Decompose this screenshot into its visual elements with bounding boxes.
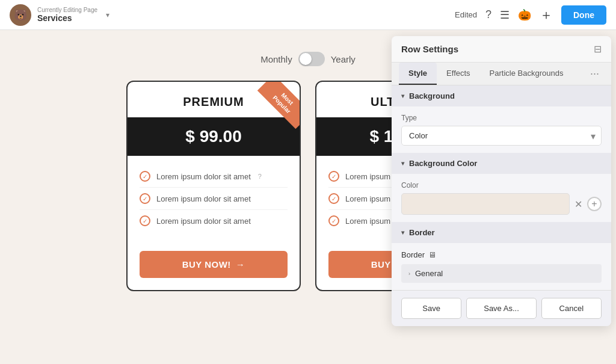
- logo-icon: 🐻: [10, 4, 31, 26]
- add-icon[interactable]: ＋: [540, 6, 553, 24]
- type-select[interactable]: Color Gradient Image Video: [401, 126, 602, 146]
- panel-header: Row Settings ⊟: [392, 36, 611, 63]
- chevron-down-icon: ▾: [401, 160, 404, 167]
- help-icon[interactable]: ?: [258, 173, 262, 180]
- main-area: Monthly Yearly MostPopular PREMIUM $ 99.…: [0, 30, 616, 364]
- border-field-row: Border 🖥: [401, 250, 602, 259]
- card-cta-premium: BUY NOW! →: [128, 241, 300, 290]
- feature-text: Lorem ipsum dolor sit amet: [156, 194, 251, 203]
- border-device-icon[interactable]: 🖥: [428, 250, 436, 259]
- add-color-icon[interactable]: +: [587, 197, 602, 211]
- toggle-knob: [300, 53, 312, 65]
- chevron-down-icon[interactable]: ▾: [106, 11, 109, 19]
- border-section-label: Border: [409, 228, 435, 237]
- border-section-header[interactable]: ▾ Border: [392, 222, 611, 243]
- more-tabs-icon[interactable]: ···: [585, 63, 604, 85]
- avatar-icon[interactable]: 🎃: [518, 8, 531, 22]
- background-color-section-label: Background Color: [409, 159, 477, 168]
- hamburger-icon[interactable]: ☰: [500, 8, 510, 22]
- page-title-group: Currently Editing Page Services: [37, 7, 97, 23]
- editing-label: Currently Editing Page: [37, 7, 97, 13]
- border-label: Border: [401, 250, 425, 259]
- topbar-right: Edited ? ☰ 🎃 ＋ Done: [455, 5, 606, 25]
- card-features-premium: ✓ Lorem ipsum dolor sit amet ? ✓ Lorem i…: [128, 156, 300, 241]
- edited-status: Edited: [455, 10, 477, 19]
- check-icon: ✓: [328, 215, 339, 226]
- chevron-down-icon: ▾: [401, 229, 404, 236]
- list-item: ✓ Lorem ipsum dolor sit amet ?: [140, 165, 288, 188]
- list-item: ✓ Lorem ipsum dolor sit amet: [140, 210, 288, 232]
- page-name: Services: [37, 13, 97, 23]
- background-color-section-content: Color ✕ +: [392, 174, 611, 222]
- panel-footer: Save Save As... Cancel: [392, 290, 611, 326]
- feature-text: Lorem ipsum dolor sit amet: [156, 172, 251, 181]
- background-section-label: Background: [409, 91, 455, 100]
- type-label: Type: [401, 114, 602, 122]
- color-input[interactable]: [401, 193, 570, 215]
- feature-text: Lorem ipsum dolor sit amet: [156, 217, 251, 226]
- type-select-wrapper: Color Gradient Image Video: [401, 126, 602, 146]
- arrow-icon: →: [236, 259, 245, 270]
- chevron-right-icon: ›: [408, 271, 410, 277]
- border-section-content: Border 🖥 › General: [392, 243, 611, 290]
- list-item: ✓ Lorem ipsum dolor sit amet: [140, 188, 288, 210]
- done-button[interactable]: Done: [561, 5, 606, 25]
- general-label: General: [415, 269, 443, 278]
- check-icon: ✓: [328, 171, 339, 182]
- save-button[interactable]: Save: [401, 298, 461, 319]
- ribbon-wrap: MostPopular: [251, 82, 300, 130]
- background-color-section-header[interactable]: ▾ Background Color: [392, 153, 611, 174]
- chevron-down-icon: ▾: [401, 93, 404, 99]
- save-as-button[interactable]: Save As...: [466, 298, 536, 319]
- topbar: 🐻 Currently Editing Page Services ▾ Edit…: [0, 0, 616, 30]
- monthly-label: Monthly: [260, 54, 292, 64]
- check-icon: ✓: [140, 171, 150, 182]
- tab-particle-backgrounds[interactable]: Particle Backgrounds: [480, 63, 573, 85]
- background-section-content: Type Color Gradient Image Video: [392, 106, 611, 153]
- topbar-left: 🐻 Currently Editing Page Services ▾: [10, 4, 109, 26]
- color-label: Color: [401, 181, 602, 190]
- cancel-button[interactable]: Cancel: [541, 298, 602, 319]
- panel-tabs: Style Effects Particle Backgrounds ···: [392, 63, 611, 85]
- check-icon: ✓: [328, 193, 339, 204]
- tab-style[interactable]: Style: [399, 63, 437, 85]
- row-settings-panel: Row Settings ⊟ Style Effects Particle Ba…: [392, 36, 611, 326]
- most-popular-ribbon: MostPopular: [257, 82, 300, 129]
- help-icon[interactable]: ?: [485, 8, 491, 21]
- panel-title: Row Settings: [401, 44, 458, 54]
- clear-color-icon[interactable]: ✕: [574, 199, 582, 210]
- color-field-row: ✕ +: [401, 193, 602, 215]
- general-subsection[interactable]: › General: [401, 264, 602, 283]
- check-icon: ✓: [140, 215, 150, 226]
- minimize-icon[interactable]: ⊟: [594, 43, 602, 55]
- tab-effects[interactable]: Effects: [437, 63, 480, 85]
- billing-toggle[interactable]: [298, 52, 325, 66]
- yearly-label: Yearly: [331, 54, 356, 64]
- buy-now-button-premium[interactable]: BUY NOW! →: [140, 251, 288, 278]
- premium-card: MostPopular PREMIUM $ 99.00 ✓ Lorem ipsu…: [126, 81, 301, 291]
- background-section-header[interactable]: ▾ Background: [392, 85, 611, 106]
- check-icon: ✓: [140, 193, 150, 204]
